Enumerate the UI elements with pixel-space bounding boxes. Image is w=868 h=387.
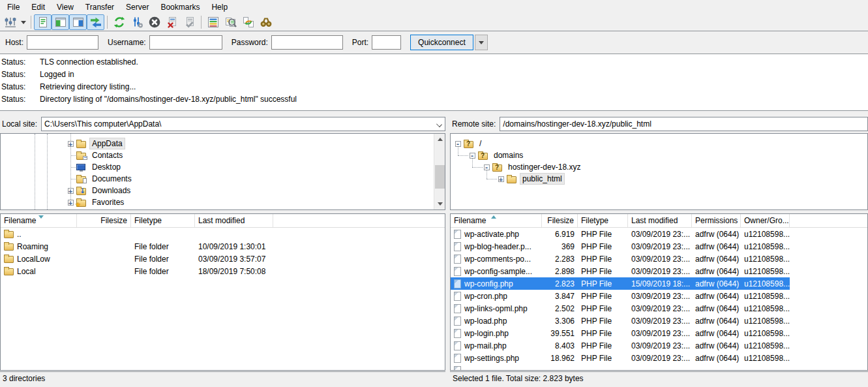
port-input[interactable] — [372, 35, 401, 50]
arrow-down-icon — [438, 202, 443, 206]
file-row[interactable]: wp-config.php 2.823 PHP File 15/09/2019 … — [451, 277, 790, 290]
column-header-last-modified[interactable]: Last modified — [628, 214, 692, 227]
folder-icon — [4, 243, 14, 251]
expand-plus-icon[interactable] — [68, 200, 74, 206]
host-label: Host: — [5, 38, 23, 47]
expand-plus-icon[interactable] — [68, 188, 74, 194]
menu-transfer[interactable]: Transfer — [80, 1, 120, 13]
username-input[interactable] — [149, 35, 222, 50]
host-input[interactable] — [27, 35, 98, 50]
owner-group-cell: u12108598... — [741, 242, 790, 251]
local-site-combobox[interactable]: C:\Users\This computer\AppData\ — [41, 117, 445, 131]
file-row[interactable]: wp-activate.php 6.919 PHP File 03/09/201… — [451, 228, 790, 240]
column-header-filename[interactable]: Filename — [1, 214, 77, 227]
filetype-cell: PHP File — [578, 267, 628, 276]
column-header-owner-group[interactable]: Owner/Gro... — [741, 214, 790, 227]
toggle-message-log-button[interactable] — [34, 14, 52, 30]
message-log-icon — [37, 16, 50, 29]
toolbar-separator — [107, 16, 108, 29]
filesize-cell: 3.847 — [542, 292, 578, 301]
collapse-minus-icon[interactable] — [455, 141, 461, 147]
file-row[interactable] — [451, 364, 790, 371]
tree-item-domains[interactable]: ? domains — [451, 149, 867, 161]
process-queue-button[interactable] — [128, 14, 145, 30]
column-header-filetype[interactable]: Filetype — [578, 214, 628, 227]
toggle-remote-tree-button[interactable] — [69, 14, 87, 30]
file-icon — [454, 279, 461, 288]
tree-item-root[interactable]: ? / — [451, 138, 867, 149]
file-row[interactable]: wp-mail.php 8.403 PHP File 03/09/2019 23… — [451, 339, 790, 352]
refresh-button[interactable] — [110, 14, 128, 30]
scroll-down-button[interactable] — [434, 198, 445, 209]
tree-item-desktop[interactable]: Desktop — [1, 161, 445, 173]
tree-item-appdata[interactable]: AppData — [1, 138, 445, 149]
menu-file[interactable]: File — [1, 1, 25, 13]
column-header-permissions[interactable]: Permissions — [692, 214, 741, 227]
reconnect-icon — [183, 16, 196, 29]
scrollbar-thumb[interactable] — [435, 165, 445, 189]
tree-item-contacts[interactable]: Contacts — [1, 149, 445, 161]
filetype-cell: File folder — [131, 255, 195, 264]
directory-comparison-button[interactable] — [222, 14, 239, 30]
quickconnect-button[interactable]: Quickconnect — [410, 35, 473, 50]
remote-directory-tree: ? / ? domains ? hostinger-dev-18.xyz pub… — [450, 133, 868, 210]
filetype-cell: File folder — [131, 267, 195, 276]
tree-item-favorites[interactable]: ★ Favorites — [1, 196, 445, 208]
file-row[interactable]: wp-comments-po... 2.283 PHP File 03/09/2… — [451, 253, 790, 265]
file-row[interactable]: wp-cron.php 3.847 PHP File 03/09/2019 23… — [451, 290, 790, 302]
filetype-cell: PHP File — [578, 279, 628, 288]
filename-cell: wp-settings.php — [464, 354, 519, 363]
cancel-button[interactable] — [145, 14, 163, 30]
toggle-local-tree-button[interactable] — [52, 14, 69, 30]
column-header-last-modified[interactable]: Last modified — [195, 214, 273, 227]
remote-site-combobox[interactable]: /domains/hostinger-dev-18.xyz/public_htm… — [500, 117, 868, 131]
file-icon — [454, 329, 461, 338]
column-header-filesize[interactable]: Filesize — [542, 214, 578, 227]
desktop-icon — [76, 163, 87, 172]
menu-view[interactable]: View — [51, 1, 80, 13]
local-site-label: Local site: — [0, 119, 41, 129]
tree-item-documents[interactable]: Documents — [1, 173, 445, 185]
file-row[interactable]: wp-settings.php 18.962 PHP File 03/09/20… — [451, 352, 790, 364]
password-input[interactable] — [271, 35, 343, 50]
menu-bookmarks[interactable]: Bookmarks — [155, 1, 205, 13]
permissions-cell: adfrw (0644) — [692, 341, 741, 350]
expand-plus-icon[interactable] — [498, 176, 504, 182]
filesize-cell: 8.403 — [542, 341, 578, 350]
toggle-transfer-queue-button[interactable] — [87, 14, 104, 30]
tree-item-public-html[interactable]: public_html — [451, 173, 867, 185]
find-files-button[interactable] — [257, 14, 275, 30]
menu-edit[interactable]: Edit — [25, 1, 51, 13]
site-manager-dropdown-button[interactable] — [19, 14, 28, 30]
scroll-up-button[interactable] — [434, 134, 445, 145]
synchronized-browsing-button[interactable] — [239, 14, 257, 30]
column-header-filetype[interactable]: Filetype — [131, 214, 195, 227]
tree-item-label: Documents — [90, 174, 134, 184]
file-row[interactable]: wp-login.php 39.551 PHP File 03/09/2019 … — [451, 327, 790, 339]
file-row[interactable]: Roaming File folder 10/09/2019 1:30:01 — [1, 240, 273, 253]
reconnect-button[interactable] — [181, 14, 198, 30]
collapse-minus-icon[interactable] — [470, 153, 475, 159]
file-row[interactable]: wp-blog-header.p... 369 PHP File 03/09/2… — [451, 240, 790, 253]
menu-server[interactable]: Server — [120, 1, 155, 13]
file-row[interactable]: .. — [1, 228, 273, 240]
collapse-minus-icon[interactable] — [484, 164, 490, 170]
file-row[interactable]: wp-load.php 3.306 PHP File 03/09/2019 23… — [451, 315, 790, 327]
local-tree-scrollbar[interactable] — [434, 134, 445, 209]
filename-filters-button[interactable] — [204, 14, 222, 30]
column-header-filesize[interactable]: Filesize — [77, 214, 131, 227]
file-row[interactable]: LocalLow File folder 03/09/2019 3:57:07 — [1, 253, 273, 265]
file-row[interactable]: wp-links-opml.php 2.502 PHP File 03/09/2… — [451, 302, 790, 315]
folder-icon — [4, 256, 14, 263]
quickconnect-dropdown-button[interactable] — [475, 35, 488, 50]
expand-plus-icon[interactable] — [68, 141, 74, 147]
file-row[interactable]: wp-config-sample... 2.898 PHP File 03/09… — [451, 265, 790, 277]
disconnect-button[interactable] — [163, 14, 181, 30]
column-header-filename[interactable]: Filename — [451, 214, 542, 227]
tree-item-hostinger-dev-18[interactable]: ? hostinger-dev-18.xyz — [451, 161, 867, 173]
menu-help[interactable]: Help — [205, 1, 233, 13]
site-manager-button[interactable] — [1, 14, 19, 30]
tree-item-downloads[interactable]: ↓ Downloads — [1, 185, 445, 196]
file-row[interactable]: Local File folder 18/09/2019 7:50:08 — [1, 265, 273, 277]
remote-status-bar: Selected 1 file. Total size: 2.823 bytes — [450, 371, 868, 386]
